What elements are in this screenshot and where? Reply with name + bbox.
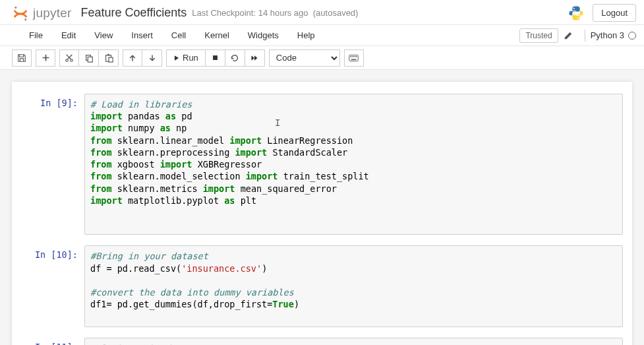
logout-button[interactable]: Logout: [593, 4, 636, 22]
fast-forward-icon: [250, 54, 259, 62]
kernel-name[interactable]: Python 3: [591, 30, 624, 40]
python-icon: [568, 5, 585, 22]
code-cell[interactable]: In [11]: # look at the data df.head(): [17, 335, 627, 345]
svg-rect-11: [213, 55, 218, 60]
trusted-indicator[interactable]: Trusted: [519, 28, 558, 43]
notebook-area: In [9]: # Load in libraries import panda…: [0, 70, 644, 345]
code-input[interactable]: #Bring in your dataset df = pd.read_csv(…: [84, 245, 623, 327]
arrow-up-icon: [129, 54, 136, 62]
checkpoint-text: Last Checkpoint: 14 hours ago (autosaved…: [192, 8, 358, 18]
command-palette-button[interactable]: [344, 49, 364, 67]
code-cell[interactable]: In [9]: # Load in libraries import panda…: [17, 91, 627, 237]
jupyter-logo-text: jupyter: [33, 6, 71, 20]
code-input[interactable]: # look at the data df.head(): [84, 338, 623, 345]
menu-cell[interactable]: Cell: [162, 26, 195, 44]
jupyter-logo[interactable]: jupyter: [12, 5, 71, 22]
svg-rect-14: [352, 56, 353, 57]
paste-button[interactable]: [99, 49, 119, 67]
svg-point-2: [573, 7, 575, 9]
svg-point-4: [66, 59, 69, 61]
input-prompt: In [9]:: [21, 94, 84, 235]
menu-widgets[interactable]: Widgets: [239, 26, 288, 44]
svg-rect-17: [357, 56, 358, 57]
plus-icon: [42, 53, 50, 62]
menu-insert[interactable]: Insert: [122, 26, 162, 44]
paste-icon: [104, 53, 113, 63]
code-input[interactable]: # Load in libraries import pandas as pd …: [84, 94, 623, 235]
input-prompt: In [11]:: [21, 338, 84, 345]
svg-rect-15: [353, 56, 355, 57]
menu-help[interactable]: Help: [288, 26, 324, 44]
arrow-down-icon: [148, 54, 156, 62]
notebook-title[interactable]: Feature Coefficients: [80, 6, 187, 20]
menubar: File Edit View Insert Cell Kernel Widget…: [0, 25, 644, 46]
svg-rect-13: [351, 56, 352, 57]
menu-edit[interactable]: Edit: [52, 26, 85, 44]
kernel-status-icon: [628, 32, 636, 40]
restart-button[interactable]: [225, 49, 245, 67]
add-cell-button[interactable]: [36, 49, 55, 67]
refresh-icon: [230, 53, 239, 63]
menu-file[interactable]: File: [20, 26, 52, 44]
svg-point-1: [24, 18, 26, 20]
stop-icon: [212, 54, 219, 61]
copy-icon: [84, 53, 94, 63]
pencil-icon[interactable]: [564, 31, 573, 40]
code-cell[interactable]: In [10]: #Bring in your dataset df = pd.…: [17, 243, 627, 329]
run-button[interactable]: Run: [166, 49, 206, 67]
svg-rect-9: [107, 53, 109, 55]
text-cursor-icon: I: [275, 117, 280, 129]
move-down-button[interactable]: [142, 49, 162, 67]
svg-point-3: [577, 17, 579, 18]
menu-view[interactable]: View: [85, 26, 122, 44]
copy-button[interactable]: [79, 49, 99, 67]
stop-button[interactable]: [206, 49, 225, 67]
menu-kernel[interactable]: Kernel: [195, 26, 239, 44]
svg-rect-10: [109, 57, 113, 62]
svg-rect-18: [351, 59, 357, 60]
toolbar: Run Code: [0, 46, 644, 70]
svg-rect-12: [349, 55, 359, 61]
notebook-header: jupyter Feature Coefficients Last Checkp…: [0, 0, 644, 25]
jupyter-icon: [12, 5, 29, 22]
svg-point-0: [15, 7, 16, 9]
cut-button[interactable]: [59, 49, 79, 67]
svg-point-5: [71, 59, 73, 61]
move-up-button[interactable]: [123, 49, 142, 67]
input-prompt: In [10]:: [21, 245, 84, 327]
restart-run-all-button[interactable]: [245, 49, 265, 67]
play-icon: [173, 55, 180, 61]
keyboard-icon: [349, 54, 359, 62]
scissors-icon: [65, 53, 74, 63]
save-button[interactable]: [12, 49, 32, 67]
save-icon: [17, 53, 26, 63]
svg-rect-16: [355, 56, 356, 57]
celltype-select[interactable]: Code: [269, 49, 340, 67]
svg-rect-7: [88, 57, 92, 62]
notebook-container: In [9]: # Load in libraries import panda…: [12, 82, 632, 345]
